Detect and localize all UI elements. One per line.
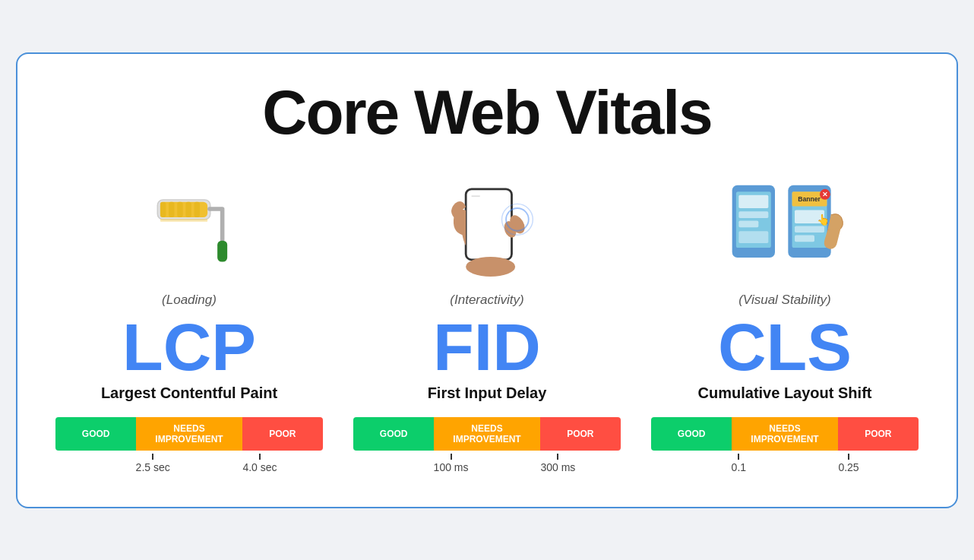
svg-text:👆: 👆 [817,213,830,226]
fid-needs-seg: NEEDSIMPROVEMENT [434,417,539,451]
svg-rect-2 [160,201,166,217]
lcp-acronym: LCP [122,314,256,381]
lcp-tick1: 2.5 sec [136,454,170,473]
fid-acronym: FID [433,314,541,381]
lcp-category: (Loading) [162,293,217,308]
svg-rect-5 [185,201,191,217]
cls-scale: GOOD NEEDSIMPROVEMENT POOR 0.1 0.25 [644,417,926,476]
fid-tick1: 100 ms [434,454,469,473]
lcp-tick1-label: 2.5 sec [136,461,170,473]
svg-point-14 [466,257,515,277]
lcp-tick2-label: 4.0 sec [242,461,277,473]
cls-full-name: Cumulative Layout Shift [698,384,872,402]
fid-good-seg: GOOD [353,417,434,451]
fid-tick1-line [451,454,452,460]
lcp-scale: GOOD NEEDSIMPROVEMENT POOR 2.5 sec 4.0 s… [48,417,330,476]
fid-icon [426,171,548,285]
svg-rect-6 [194,201,200,217]
fid-category: (Interactivity) [450,293,523,308]
vitals-grid: (Loading) LCP Largest Contentful Paint G… [48,171,926,476]
vital-fid: (Interactivity) FID First Input Delay GO… [346,171,628,476]
lcp-icon [140,171,239,285]
svg-rect-22 [738,211,768,218]
lcp-scale-bar: GOOD NEEDSIMPROVEMENT POOR [55,417,323,451]
cls-tick1-line [738,454,739,460]
lcp-full-name: Largest Contentful Paint [101,384,277,402]
cls-tick1-label: 0.1 [732,461,746,473]
fid-scale: GOOD NEEDSIMPROVEMENT POOR 100 ms 300 ms [346,417,628,476]
svg-rect-8 [220,207,225,242]
fid-full-name: First Input Delay [428,384,547,402]
svg-rect-1 [160,201,207,217]
lcp-tick2: 4.0 sec [242,454,277,473]
lcp-good-seg: GOOD [55,417,136,451]
lcp-needs-seg: NEEDSIMPROVEMENT [136,417,242,451]
cls-acronym: CLS [718,314,852,381]
main-card: Core Web Vitals [16,52,958,508]
svg-rect-23 [738,220,758,227]
svg-rect-10 [160,218,207,221]
vital-lcp: (Loading) LCP Largest Contentful Paint G… [48,171,330,476]
cls-tick2-label: 0.25 [838,461,859,473]
fid-poor-seg: POOR [540,417,621,451]
cls-scale-bar: GOOD NEEDSIMPROVEMENT POOR [651,417,919,451]
cls-tick2: 0.25 [838,454,859,473]
svg-rect-9 [217,240,227,261]
cls-needs-seg: NEEDSIMPROVEMENT [732,417,837,451]
lcp-tick1-line [152,454,153,460]
fid-scale-bar: GOOD NEEDSIMPROVEMENT POOR [353,417,621,451]
svg-rect-32 [795,226,824,233]
vital-cls: Banner ✕ 👆 (Visual Stability) CLS C [644,171,926,476]
fid-tick2: 300 ms [540,454,575,473]
cls-good-seg: GOOD [651,417,732,451]
cls-ticks: 0.1 0.25 [651,454,919,476]
svg-rect-24 [738,231,768,243]
svg-text:Banner: Banner [798,195,821,203]
fid-tick1-label: 100 ms [434,461,469,473]
cls-icon: Banner ✕ 👆 [716,171,853,285]
lcp-tick2-line [259,454,261,460]
svg-rect-4 [177,201,182,217]
cls-category: (Visual Stability) [738,293,831,308]
svg-rect-21 [738,195,768,207]
svg-text:✕: ✕ [822,191,828,198]
svg-rect-33 [795,235,814,242]
svg-rect-3 [169,201,174,217]
lcp-ticks: 2.5 sec 4.0 sec [55,454,323,476]
fid-tick2-label: 300 ms [540,461,575,473]
lcp-poor-seg: POOR [242,417,323,451]
fid-ticks: 100 ms 300 ms [353,454,621,476]
cls-tick1: 0.1 [732,454,746,473]
cls-tick2-line [848,454,849,460]
page-title: Core Web Vitals [48,77,926,148]
cls-poor-seg: POOR [838,417,919,451]
fid-tick2-line [557,454,558,460]
